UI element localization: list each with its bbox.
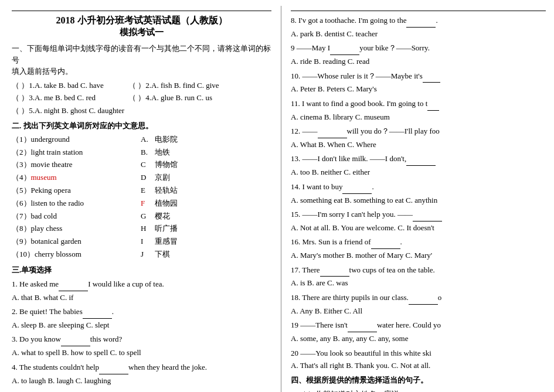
right-question-15: 15. ——I'm sorry I can't help you. —— A. … (291, 209, 546, 233)
list-item: （7）bad cold (12, 210, 129, 223)
list-item: （4）museum (12, 172, 129, 184)
right-question-14: 14. I want to buy . A. something eat B. … (291, 181, 546, 206)
sub-title: 模拟考试一 (12, 27, 271, 38)
right-question-11: 11. I want to find a good book. I'm goin… (291, 98, 546, 122)
question-2: 2. Be quiet! The babies . A. sleep B. ar… (12, 306, 271, 330)
list-item: （1）underground (12, 134, 129, 146)
list-item: B.地铁 (141, 146, 234, 159)
right-question-10: 10. ——Whose ruler is it？——Maybe it's A. … (291, 70, 546, 95)
question-3: 3. Do you know this word? A. what to spe… (12, 333, 271, 358)
list-item: （5）Peking opera (12, 185, 129, 197)
list-item: （ ）5. A. night B. ghost C. daughter (12, 105, 271, 117)
section4-q1: 1. （ ）你想知道对方姓名，应说 (291, 388, 546, 392)
right-question-12: 12. —— will you do？——I'll play foo A. Wh… (291, 125, 546, 150)
list-item: F植物园 (141, 197, 234, 210)
right-question-16: 16. Mrs. Sun is a friend of . A. Mary's … (291, 236, 546, 261)
right-column: 8. I'v got a toothache. I'm going to the… (281, 6, 554, 392)
question-4: 4. The students couldn't help when they … (12, 362, 271, 386)
page: 2018 小升初分班考试英语试题（人教版） 模拟考试一 一、下面每组单词中划线字… (0, 0, 554, 392)
right-question-13: 13. ——I don't like milk. ——I don't, A. t… (291, 153, 546, 178)
left-column: 2018 小升初分班考试英语试题（人教版） 模拟考试一 一、下面每组单词中划线字… (0, 6, 281, 392)
right-question-9: 9 ——May I your bike？——Sorry. A. ride B. … (291, 42, 546, 67)
right-questions: 8. I'v got a toothache. I'm going to the… (291, 15, 546, 392)
section4-title: 四、根据所提供的情景选择适当的句子。 (291, 375, 546, 386)
section1-header: 一、下面每组单词中划线字母的读音有一个与其他二个不同，请将这单词的标号 填入题前… (12, 43, 271, 77)
list-item: A.电影院 (141, 134, 234, 146)
matching-section: （1）underground （2）light train station （3… (12, 133, 271, 261)
list-item: C博物馆 (141, 159, 234, 171)
matching-left: （1）underground （2）light train station （3… (12, 133, 129, 261)
right-question-17: 17. There two cups of tea on the table. … (291, 264, 546, 289)
list-item: I重感冒 (141, 236, 234, 248)
section1-items: （ ）1. A. take B. bad C. have （ ）2. A. fi… (12, 80, 271, 117)
main-title: 2018 小升初分班考试英语试题（人教版） (12, 15, 271, 27)
list-item: H听广播 (141, 223, 234, 235)
section2-title: 二. 找出下列英文单词所对应的中文意思。 (12, 121, 271, 131)
right-question-19: 19 ——There isn't water here. Could yo A.… (291, 319, 546, 344)
list-item: E轻轨站 (141, 185, 234, 197)
question-1: 1. He asked me I would like a cup of tea… (12, 278, 271, 303)
list-item: （ ）1. A. take B. bad C. have （ ）2. A. fi… (12, 80, 271, 92)
section3-questions: 1. He asked me I would like a cup of tea… (12, 278, 271, 386)
list-item: （9）botanical garden (12, 236, 129, 248)
section3-title: 三.单项选择 (12, 265, 271, 275)
list-item: （8）play chess (12, 223, 129, 235)
list-item: （6）listen to the radio (12, 197, 129, 210)
right-question-20: 20 ——You look so beautiful in this white… (291, 347, 546, 371)
list-item: （2）light train station (12, 146, 129, 159)
list-item: （3）movie theatre (12, 159, 129, 171)
title-block: 2018 小升初分班考试英语试题（人教版） 模拟考试一 (12, 15, 271, 38)
list-item: G樱花 (141, 210, 234, 223)
list-item: （10）cherry blossom (12, 248, 129, 261)
right-question-8: 8. I'v got a toothache. I'm going to the… (291, 15, 546, 39)
list-item: J下棋 (141, 248, 234, 261)
list-item: D京剧 (141, 172, 234, 184)
matching-right: A.电影院 B.地铁 C博物馆 D京剧 E轻轨站 F植物园 G樱花 H听广播 I… (141, 133, 234, 261)
list-item: （ ）3. A. me B. bed C. red （ ）4. A. glue … (12, 92, 271, 104)
right-question-18: 18. There are thirty pupils in our class… (291, 292, 546, 316)
